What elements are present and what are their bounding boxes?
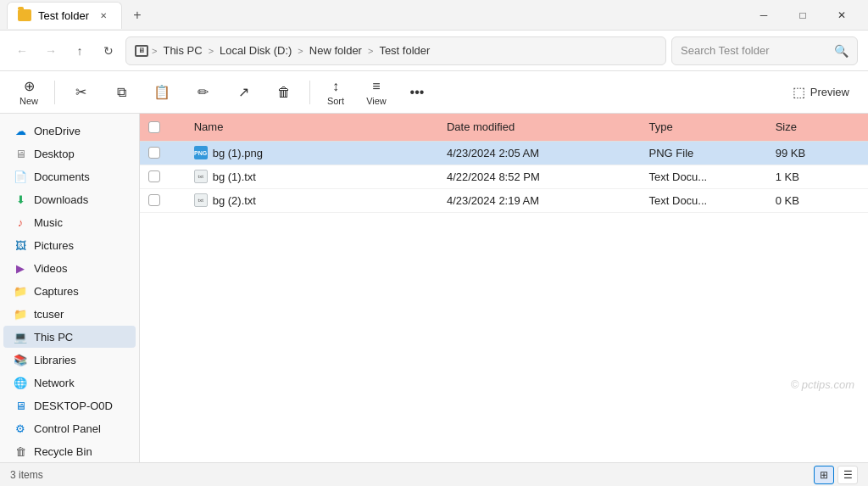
minimize-button[interactable]: ─ xyxy=(744,2,783,29)
sidebar-item-desktop-device[interactable]: 🖥 DESKTOP-O0D xyxy=(3,394,136,416)
pictures-icon: 🖼 xyxy=(14,238,27,252)
toolbar-separator-2 xyxy=(309,81,310,104)
view-button[interactable]: ≡ View xyxy=(358,75,395,110)
column-checkbox[interactable] xyxy=(140,114,186,141)
watermark: © pctips.com xyxy=(791,378,854,391)
row-date-cell: 4/22/2024 8:52 PM xyxy=(438,165,641,188)
active-tab[interactable]: Test folder ✕ xyxy=(7,2,122,29)
header-checkbox[interactable] xyxy=(148,121,160,133)
row-size-cell: 0 KB xyxy=(767,188,868,212)
copy-button[interactable]: ⧉ xyxy=(103,75,140,110)
view-label: View xyxy=(366,96,387,106)
sidebar-item-documents[interactable]: 📄 Documents xyxy=(3,165,136,187)
share-icon: ↗ xyxy=(238,84,249,100)
row-checkbox-cell[interactable] xyxy=(140,141,186,165)
row-checkbox[interactable] xyxy=(148,170,160,182)
column-name[interactable]: Name xyxy=(186,114,438,141)
onedrive-icon: ☁ xyxy=(14,124,27,137)
sidebar-item-videos[interactable]: ▶ Videos xyxy=(3,257,136,279)
table-row[interactable]: txt bg (1).txt 4/22/2024 8:52 PM Text Do… xyxy=(140,165,868,188)
sort-button[interactable]: ↕ Sort xyxy=(317,75,354,110)
column-type[interactable]: Type xyxy=(641,114,767,141)
table-row[interactable]: PNG bg (1).png 4/23/2024 2:05 AM PNG Fil… xyxy=(140,141,868,165)
rename-button[interactable]: ✏ xyxy=(184,75,221,110)
sidebar-label-captures: Captures xyxy=(34,285,79,298)
file-name: bg (1).txt xyxy=(213,170,256,183)
captures-icon: 📁 xyxy=(14,284,27,298)
close-button[interactable]: ✕ xyxy=(822,2,861,29)
forward-button[interactable]: → xyxy=(39,39,63,63)
sidebar-label-recycle: Recycle Bin xyxy=(34,445,92,458)
sidebar-item-onedrive[interactable]: ☁ OneDrive xyxy=(3,120,136,142)
new-button[interactable]: ⊕ New xyxy=(10,75,47,110)
toolbar-separator-1 xyxy=(54,81,55,104)
music-icon: ♪ xyxy=(14,215,27,229)
breadcrumb-localdisk[interactable]: Local Disk (D:) xyxy=(217,43,294,58)
sidebar-label-pictures: Pictures xyxy=(34,239,74,252)
breadcrumb[interactable]: 🖥 > This PC > Local Disk (D:) > New fold… xyxy=(125,36,666,65)
search-bar[interactable]: Search Test folder 🔍 xyxy=(671,36,858,65)
file-table: Name Date modified Type Size PNG bg (1).… xyxy=(140,114,868,213)
delete-button[interactable]: 🗑 xyxy=(265,75,303,110)
cut-button[interactable]: ✂ xyxy=(62,75,99,110)
tab-label: Test folder xyxy=(38,9,89,22)
up-button[interactable]: ↑ xyxy=(68,39,92,63)
refresh-button[interactable]: ↻ xyxy=(97,39,120,63)
sidebar-item-network[interactable]: 🌐 Network xyxy=(3,371,136,394)
tcuser-icon: 📁 xyxy=(14,307,27,321)
sidebar-item-desktop[interactable]: 🖥 Desktop xyxy=(3,142,136,165)
tab-close-button[interactable]: ✕ xyxy=(96,8,111,23)
sidebar-label-control-panel: Control Panel xyxy=(34,422,101,435)
back-button[interactable]: ← xyxy=(10,39,34,63)
more-icon: ••• xyxy=(410,85,425,100)
column-size[interactable]: Size xyxy=(767,114,868,141)
sidebar-label-music: Music xyxy=(34,216,63,229)
file-list-container[interactable]: Name Date modified Type Size PNG bg (1).… xyxy=(140,114,868,462)
view-icon: ≡ xyxy=(372,79,380,94)
network-icon: 🌐 xyxy=(14,376,27,389)
status-bar: 3 items ⊞ ☰ xyxy=(0,462,868,486)
sidebar-item-captures[interactable]: 📁 Captures xyxy=(3,280,136,302)
table-row[interactable]: txt bg (2).txt 4/23/2024 2:19 AM Text Do… xyxy=(140,188,868,212)
row-checkbox-cell[interactable] xyxy=(140,188,186,212)
row-checkbox-cell[interactable] xyxy=(140,165,186,188)
file-name: bg (1).png xyxy=(213,147,263,159)
row-type-cell: PNG File xyxy=(641,141,767,165)
sidebar-item-thispc[interactable]: 💻 This PC xyxy=(3,326,136,348)
main-content: ☁ OneDrive 🖥 Desktop 📄 Documents ⬇ Downl… xyxy=(0,114,868,462)
sidebar-item-pictures[interactable]: 🖼 Pictures xyxy=(3,234,136,256)
paste-button[interactable]: 📋 xyxy=(143,75,181,110)
breadcrumb-testfolder[interactable]: Test folder xyxy=(376,43,432,58)
more-button[interactable]: ••• xyxy=(398,75,436,110)
new-tab-button[interactable]: + xyxy=(125,3,149,27)
preview-label: Preview xyxy=(810,86,849,98)
status-right: ⊞ ☰ xyxy=(814,466,858,484)
file-icon-txt: txt xyxy=(194,170,208,183)
sidebar-item-downloads[interactable]: ⬇ Downloads xyxy=(3,188,136,210)
toolbar: ⊕ New ✂ ⧉ 📋 ✏ ↗ 🗑 ↕ Sort ≡ View ••• ⬚ Pr… xyxy=(0,71,868,114)
sidebar-item-libraries[interactable]: 📚 Libraries xyxy=(3,349,136,371)
sidebar-item-tcuser[interactable]: 📁 tcuser xyxy=(3,303,136,325)
sidebar-item-music[interactable]: ♪ Music xyxy=(3,211,136,233)
column-date-modified[interactable]: Date modified xyxy=(438,114,641,141)
paste-icon: 📋 xyxy=(153,84,170,100)
breadcrumb-thispc[interactable]: This PC xyxy=(160,43,204,58)
sidebar-label-network: Network xyxy=(34,377,75,389)
row-date-cell: 4/23/2024 2:05 AM xyxy=(438,141,641,165)
maximize-button[interactable]: □ xyxy=(783,2,822,29)
file-icon-txt: txt xyxy=(194,193,208,207)
large-icons-view-button[interactable]: ☰ xyxy=(837,466,858,484)
sidebar-item-recycle[interactable]: 🗑 Recycle Bin xyxy=(3,440,136,462)
row-date-cell: 4/23/2024 2:19 AM xyxy=(438,188,641,212)
share-button[interactable]: ↗ xyxy=(225,75,262,110)
preview-button[interactable]: ⬚ Preview xyxy=(784,79,858,105)
details-view-button[interactable]: ⊞ xyxy=(814,466,834,484)
sidebar-item-control-panel[interactable]: ⚙ Control Panel xyxy=(3,417,136,439)
sidebar-label-thispc: This PC xyxy=(34,331,73,344)
row-checkbox[interactable] xyxy=(148,194,160,206)
row-checkbox[interactable] xyxy=(148,147,160,159)
row-size-cell: 1 KB xyxy=(767,165,868,188)
sidebar-label-documents: Documents xyxy=(34,170,90,183)
desktop-icon: 🖥 xyxy=(14,147,27,160)
breadcrumb-newfolder[interactable]: New folder xyxy=(307,43,364,58)
